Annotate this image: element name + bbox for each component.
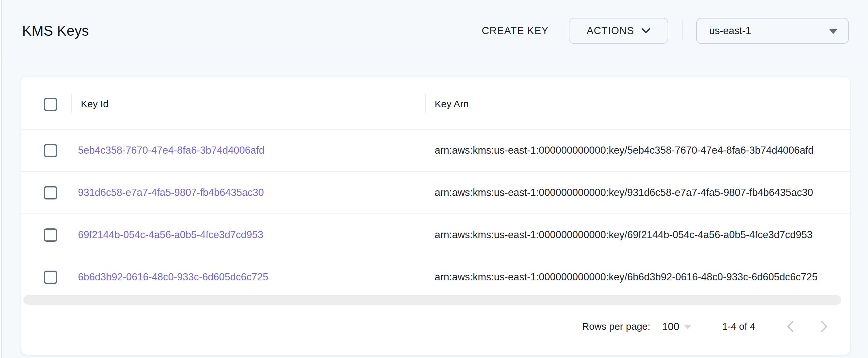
row-checkbox[interactable] bbox=[44, 228, 57, 242]
arrow-drop-down-icon bbox=[829, 29, 837, 34]
rows-per-page-select[interactable]: 100 bbox=[662, 321, 691, 333]
chevron-left-icon bbox=[785, 320, 796, 333]
table-row[interactable]: 69f2144b-054c-4a56-a0b5-4fce3d7cd953 arn… bbox=[21, 213, 850, 256]
table-row[interactable]: 6b6d3b92-0616-48c0-933c-6d605dc6c725 arn… bbox=[21, 256, 850, 298]
page-header: KMS Keys CREATE KEY ACTIONS us-east-1 bbox=[2, 0, 868, 62]
key-arn-cell: arn:aws:kms:us-east-1:000000000000:key/6… bbox=[435, 256, 818, 298]
key-id-link[interactable]: 6b6d3b92-0616-48c0-933c-6d605dc6c725 bbox=[78, 256, 268, 298]
row-checkbox[interactable] bbox=[44, 271, 57, 284]
region-select[interactable]: us-east-1 bbox=[696, 18, 849, 44]
next-page-button[interactable] bbox=[816, 319, 832, 334]
column-separator bbox=[425, 94, 426, 113]
key-arn-cell: arn:aws:kms:us-east-1:000000000000:key/5… bbox=[435, 130, 814, 171]
rows-per-page-value: 100 bbox=[662, 321, 679, 333]
key-id-link[interactable]: 931d6c58-e7a7-4fa5-9807-fb4b6435ac30 bbox=[78, 172, 264, 213]
key-id-link[interactable]: 69f2144b-054c-4a56-a0b5-4fce3d7cd953 bbox=[78, 214, 264, 256]
horizontal-scrollbar[interactable] bbox=[23, 295, 841, 305]
chevron-down-icon bbox=[641, 28, 650, 34]
header-controls: CREATE KEY ACTIONS us-east-1 bbox=[482, 0, 849, 62]
select-all-checkbox[interactable] bbox=[44, 98, 57, 111]
region-select-value: us-east-1 bbox=[709, 25, 751, 37]
actions-button[interactable]: ACTIONS bbox=[569, 18, 668, 44]
create-key-button[interactable]: CREATE KEY bbox=[482, 25, 549, 37]
row-checkbox[interactable] bbox=[44, 144, 57, 157]
key-id-link[interactable]: 5eb4c358-7670-47e4-8fa6-3b74d4006afd bbox=[78, 130, 265, 171]
table-header-row: Key Id Key Arn bbox=[21, 77, 850, 129]
table-row[interactable]: 931d6c58-e7a7-4fa5-9807-fb4b6435ac30 arn… bbox=[21, 171, 850, 213]
key-arn-cell: arn:aws:kms:us-east-1:000000000000:key/9… bbox=[435, 172, 813, 213]
table-row[interactable]: 5eb4c358-7670-47e4-8fa6-3b74d4006afd arn… bbox=[21, 129, 850, 171]
kms-keys-page: KMS Keys CREATE KEY ACTIONS us-east-1 Ke… bbox=[0, 0, 868, 358]
header-vertical-divider bbox=[682, 21, 683, 41]
rows-per-page-label: Rows per page: bbox=[582, 321, 650, 332]
pagination-bar: Rows per page: 100 1-4 of 4 bbox=[582, 315, 832, 338]
pagination-range: 1-4 of 4 bbox=[722, 321, 755, 332]
row-checkbox[interactable] bbox=[44, 186, 57, 200]
key-arn-cell: arn:aws:kms:us-east-1:000000000000:key/6… bbox=[435, 214, 812, 256]
header-divider bbox=[2, 62, 868, 62]
column-separator bbox=[71, 94, 72, 113]
keys-table-card: Key Id Key Arn 5eb4c358-7670-47e4-8fa6-3… bbox=[21, 77, 850, 355]
page-title: KMS Keys bbox=[22, 0, 89, 62]
actions-button-label: ACTIONS bbox=[587, 25, 634, 37]
column-header-key-id[interactable]: Key Id bbox=[81, 77, 108, 129]
previous-page-button[interactable] bbox=[782, 319, 798, 334]
arrow-drop-down-icon bbox=[684, 325, 691, 329]
column-header-key-arn[interactable]: Key Arn bbox=[435, 77, 469, 129]
chevron-right-icon bbox=[818, 320, 830, 333]
